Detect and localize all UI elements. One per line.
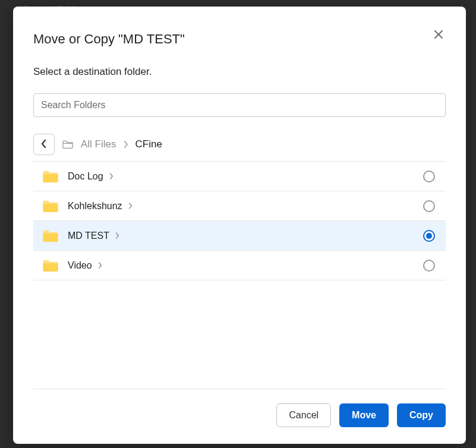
folder-name: Doc Log (68, 171, 103, 182)
folder-row[interactable]: Video (33, 251, 446, 280)
folder-icon (42, 197, 59, 215)
breadcrumb-root[interactable]: All Files (81, 138, 116, 150)
close-icon (434, 30, 443, 41)
folder-row[interactable]: Doc Log (33, 162, 446, 191)
chevron-right-icon (98, 262, 102, 269)
folder-list: Doc LogKohlekshunzMD TESTVideo (33, 161, 446, 280)
modal-footer: Cancel Move Copy (13, 389, 466, 444)
chevron-left-icon (41, 140, 47, 150)
modal-title: Move or Copy "MD TEST" (33, 31, 446, 47)
folder-icon (42, 227, 59, 245)
folder-outline-icon (62, 140, 74, 149)
breadcrumb: All Files CFine (33, 134, 446, 155)
folder-name: Kohlekshunz (68, 201, 122, 212)
modal-subtitle: Select a destination folder. (33, 66, 446, 78)
select-radio[interactable] (423, 200, 435, 212)
folder-name: MD TEST (68, 231, 109, 241)
chevron-right-icon (128, 203, 133, 209)
select-radio[interactable] (423, 260, 435, 272)
folder-name: Video (68, 260, 92, 271)
chevron-right-icon (109, 173, 114, 179)
search-input[interactable] (33, 93, 446, 117)
copy-button[interactable]: Copy (397, 403, 446, 427)
close-button[interactable] (431, 28, 446, 42)
move-copy-modal: Move or Copy "MD TEST" Select a destinat… (13, 7, 466, 444)
modal-body: Select a destination folder. All Files C… (13, 47, 466, 389)
move-button[interactable]: Move (339, 403, 389, 427)
folder-icon (42, 168, 59, 185)
folder-list-remaining (33, 280, 446, 389)
cancel-button[interactable]: Cancel (276, 403, 331, 427)
chevron-right-icon (115, 232, 119, 239)
folder-row[interactable]: MD TEST (33, 221, 446, 251)
modal-header: Move or Copy "MD TEST" (13, 7, 466, 47)
select-radio[interactable] (423, 171, 435, 182)
chevron-right-icon (124, 141, 128, 148)
folder-icon (42, 257, 59, 275)
back-button[interactable] (33, 134, 55, 155)
folder-row[interactable]: Kohlekshunz (33, 191, 446, 221)
breadcrumb-current: CFine (135, 138, 162, 150)
select-radio[interactable] (423, 230, 435, 242)
